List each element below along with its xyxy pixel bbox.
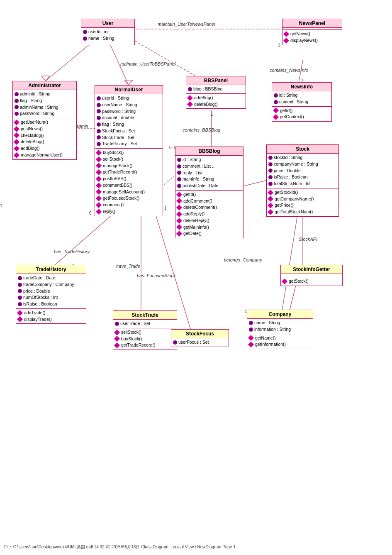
class-user-header: User xyxy=(81,19,134,28)
svg-line-15 xyxy=(282,208,299,311)
class-stocktrade-attrs: userTrade : Set xyxy=(113,320,177,328)
svg-marker-6 xyxy=(124,80,133,85)
class-administrator-header: Administrator xyxy=(13,81,76,90)
class-user-attrs: userId : int name : String xyxy=(81,28,134,43)
svg-line-16 xyxy=(290,282,297,311)
class-stocktrade-methods: sellStock() buyStock() getTradeRecord() xyxy=(113,328,177,350)
svg-line-9 xyxy=(54,208,120,266)
class-stocktrade: StockTrade userTrade : Set sellStock() b… xyxy=(113,311,177,350)
class-stockinfogetter-header: StockInfoGetter xyxy=(281,265,342,274)
class-stock-header: Stock xyxy=(267,145,338,154)
class-newspanel-header: NewsPanel xyxy=(282,19,342,28)
mult-0-a: 0 xyxy=(89,211,92,215)
class-stockfocus-header: StockFocus xyxy=(171,330,229,338)
class-stockfocus: StockFocus userFocus : Set xyxy=(171,329,229,347)
class-company-header: Company xyxy=(247,310,313,319)
svg-line-8 xyxy=(162,174,176,187)
label-has-focusedstock: has_FocusedStock xyxy=(137,273,176,278)
diagram-area: maintain_UserToNewsPanel maintain_UserTo… xyxy=(0,0,392,531)
class-stock-methods: getStockId() getCompanyName() getPrice()… xyxy=(267,188,338,216)
label-belongs-company: belongs_Company xyxy=(224,257,262,262)
class-normaluser-methods: buyStock() sellStock() manageStock() get… xyxy=(95,149,163,216)
class-stockinfogetter: StockInfoGetter getStock() xyxy=(280,265,343,286)
class-newsinfo-methods: getId() getContext() xyxy=(272,107,331,122)
class-tradehistory-attrs: tradeDate : Date tradeCompany : Company … xyxy=(16,274,86,309)
class-stockinfogetter-methods: getStock() xyxy=(281,277,342,286)
class-bbsblog-header: BBSBlog xyxy=(175,147,243,156)
class-normaluser: NormalUser userId : String userName : St… xyxy=(95,85,163,216)
label-contains-newsinfo: contains_NewsInfo xyxy=(270,68,308,73)
label-stockapi: StockAPI xyxy=(299,237,317,242)
class-company: Company name : String information : Stri… xyxy=(247,310,313,349)
class-bbspanel: BBSPanel blog : BBSBlog addBlog() delete… xyxy=(186,76,246,109)
class-stockfocus-attrs: userFocus : Set xyxy=(171,338,229,347)
class-tradehistory-methods: addTrade() displayTrade() xyxy=(16,309,86,324)
class-user-methods xyxy=(81,43,134,45)
class-bbspanel-header: BBSPanel xyxy=(186,76,246,85)
svg-line-3 xyxy=(46,39,95,81)
class-normaluser-header: NormalUser xyxy=(95,86,163,94)
class-newsinfo-header: NewsInfo xyxy=(272,83,331,91)
class-company-methods: getName() getInformation() xyxy=(247,334,313,349)
mult-1f: 1 xyxy=(164,206,167,210)
class-newsinfo-attrs: id : String context : String xyxy=(272,91,331,107)
class-newspanel: NewsPanel getNews() displayNews() xyxy=(282,19,342,45)
label-admin: admin xyxy=(76,124,88,129)
mult-1b: 1 xyxy=(278,43,280,47)
class-stock-attrs: stockId : String companyName : String pr… xyxy=(267,154,338,188)
class-stock: Stock stockId : String companyName : Str… xyxy=(266,144,339,217)
class-newsinfo: NewsInfo id : String context : String ge… xyxy=(272,82,332,122)
class-newspanel-methods: getNews() displayNews() xyxy=(282,30,342,45)
class-tradehistory-header: TradeHistory xyxy=(16,265,86,274)
svg-marker-4 xyxy=(41,76,50,81)
class-stocktrade-header: StockTrade xyxy=(113,311,177,320)
class-administrator-attrs: adminId : String flag : String adminName… xyxy=(13,90,76,118)
class-bbsblog-attrs: id : String comment : List ... reply : L… xyxy=(175,156,243,191)
class-company-attrs: name : String information : String xyxy=(247,319,313,334)
class-tradehistory: TradeHistory tradeDate : Date tradeCompa… xyxy=(16,265,86,324)
class-bbsblog-methods: getId() addComment() deleteComment() add… xyxy=(175,191,243,238)
class-user: User userId : int name : String xyxy=(81,19,135,45)
class-administrator: Administrator adminId : String flag : St… xyxy=(12,81,77,160)
class-stockinfogetter-sep xyxy=(281,274,342,277)
class-bbsblog: BBSBlog id : String comment : List ... r… xyxy=(175,147,243,238)
class-administrator-methods: getUserNum() postNews() checkBlog() dele… xyxy=(13,118,76,159)
footer: File: C:\Users\han\Desktop\week4\UML类图.m… xyxy=(4,544,236,550)
class-normaluser-attrs: userId : String userName : String passwo… xyxy=(95,94,163,149)
class-bbspanel-attrs: blog : BBSBlog xyxy=(186,85,246,94)
label-has-tradehistory: has_TradeHistory xyxy=(54,249,90,254)
class-bbspanel-methods: addBlog() deleteBlog() xyxy=(186,94,246,109)
mult-1i: 1 xyxy=(0,203,2,208)
label-maintain-user-to-bbs: maintain_UserToBBSPanel xyxy=(120,61,175,66)
label-have-trade: have_Trade xyxy=(116,264,140,269)
mult-1d: 1 xyxy=(211,112,213,117)
label-contains-bbsblog: contains_BBSBlog xyxy=(183,127,220,132)
label-maintain-user-to-news: maintain_UserToNewsPanel xyxy=(158,22,215,27)
